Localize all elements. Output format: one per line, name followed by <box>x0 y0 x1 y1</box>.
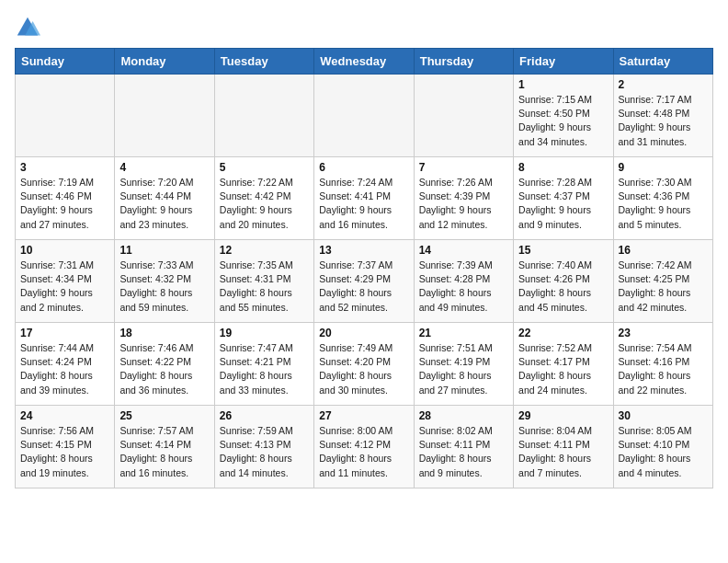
calendar-cell: 25Sunrise: 7:57 AM Sunset: 4:14 PM Dayli… <box>115 406 214 488</box>
calendar-cell <box>414 75 513 157</box>
day-number: 24 <box>20 409 109 422</box>
calendar-cell: 29Sunrise: 8:04 AM Sunset: 4:11 PM Dayli… <box>514 406 613 488</box>
day-detail: Sunrise: 7:54 AM Sunset: 4:16 PM Dayligh… <box>619 341 708 397</box>
day-number: 15 <box>518 244 608 257</box>
day-number: 3 <box>20 161 109 174</box>
day-detail: Sunrise: 7:56 AM Sunset: 4:15 PM Dayligh… <box>20 424 109 480</box>
week-row-5: 24Sunrise: 7:56 AM Sunset: 4:15 PM Dayli… <box>16 406 713 488</box>
calendar-cell: 4Sunrise: 7:20 AM Sunset: 4:44 PM Daylig… <box>115 157 214 240</box>
calendar-cell: 12Sunrise: 7:35 AM Sunset: 4:31 PM Dayli… <box>214 240 313 323</box>
logo <box>15 15 44 40</box>
day-number: 17 <box>20 327 109 339</box>
day-detail: Sunrise: 7:17 AM Sunset: 4:48 PM Dayligh… <box>619 93 708 149</box>
day-detail: Sunrise: 7:51 AM Sunset: 4:19 PM Dayligh… <box>419 341 508 397</box>
day-number: 12 <box>220 244 309 257</box>
day-detail: Sunrise: 7:20 AM Sunset: 4:44 PM Dayligh… <box>119 176 209 232</box>
calendar-cell: 26Sunrise: 7:59 AM Sunset: 4:13 PM Dayli… <box>214 406 313 488</box>
calendar-table: SundayMondayTuesdayWednesdayThursdayFrid… <box>15 48 713 488</box>
calendar-cell <box>314 75 414 157</box>
calendar-cell: 1Sunrise: 7:15 AM Sunset: 4:50 PM Daylig… <box>514 75 613 157</box>
calendar-cell: 11Sunrise: 7:33 AM Sunset: 4:32 PM Dayli… <box>115 240 214 323</box>
day-detail: Sunrise: 7:46 AM Sunset: 4:22 PM Dayligh… <box>119 341 209 397</box>
day-number: 5 <box>220 161 309 174</box>
calendar-cell: 18Sunrise: 7:46 AM Sunset: 4:22 PM Dayli… <box>115 323 214 406</box>
week-row-1: 1Sunrise: 7:15 AM Sunset: 4:50 PM Daylig… <box>16 75 713 157</box>
calendar-cell: 21Sunrise: 7:51 AM Sunset: 4:19 PM Dayli… <box>414 323 513 406</box>
day-detail: Sunrise: 7:39 AM Sunset: 4:28 PM Dayligh… <box>419 259 508 315</box>
day-number: 18 <box>119 327 209 339</box>
day-detail: Sunrise: 7:59 AM Sunset: 4:13 PM Dayligh… <box>220 424 309 480</box>
calendar-cell: 16Sunrise: 7:42 AM Sunset: 4:25 PM Dayli… <box>613 240 712 323</box>
day-number: 23 <box>619 327 708 339</box>
day-detail: Sunrise: 7:40 AM Sunset: 4:26 PM Dayligh… <box>518 259 608 315</box>
column-header-monday: Monday <box>115 49 214 75</box>
day-number: 1 <box>518 78 608 91</box>
column-header-thursday: Thursday <box>414 49 513 75</box>
calendar-cell: 2Sunrise: 7:17 AM Sunset: 4:48 PM Daylig… <box>613 75 712 157</box>
day-number: 13 <box>319 244 408 257</box>
calendar-cell: 30Sunrise: 8:05 AM Sunset: 4:10 PM Dayli… <box>613 406 712 488</box>
calendar-cell: 6Sunrise: 7:24 AM Sunset: 4:41 PM Daylig… <box>314 157 414 240</box>
calendar-cell: 3Sunrise: 7:19 AM Sunset: 4:46 PM Daylig… <box>16 157 115 240</box>
day-detail: Sunrise: 7:44 AM Sunset: 4:24 PM Dayligh… <box>20 341 109 397</box>
column-header-wednesday: Wednesday <box>314 49 414 75</box>
day-number: 29 <box>518 409 608 422</box>
day-number: 10 <box>20 244 109 257</box>
day-detail: Sunrise: 7:28 AM Sunset: 4:37 PM Dayligh… <box>518 176 608 232</box>
day-detail: Sunrise: 7:49 AM Sunset: 4:20 PM Dayligh… <box>319 341 408 397</box>
day-number: 21 <box>419 327 508 339</box>
day-detail: Sunrise: 7:47 AM Sunset: 4:21 PM Dayligh… <box>220 341 309 397</box>
day-detail: Sunrise: 7:37 AM Sunset: 4:29 PM Dayligh… <box>319 259 408 315</box>
calendar-cell: 5Sunrise: 7:22 AM Sunset: 4:42 PM Daylig… <box>214 157 313 240</box>
day-detail: Sunrise: 7:22 AM Sunset: 4:42 PM Dayligh… <box>220 176 309 232</box>
calendar-cell: 22Sunrise: 7:52 AM Sunset: 4:17 PM Dayli… <box>514 323 613 406</box>
column-header-saturday: Saturday <box>613 49 712 75</box>
calendar-cell: 14Sunrise: 7:39 AM Sunset: 4:28 PM Dayli… <box>414 240 513 323</box>
calendar-cell: 15Sunrise: 7:40 AM Sunset: 4:26 PM Dayli… <box>514 240 613 323</box>
calendar-cell: 7Sunrise: 7:26 AM Sunset: 4:39 PM Daylig… <box>414 157 513 240</box>
calendar-cell: 23Sunrise: 7:54 AM Sunset: 4:16 PM Dayli… <box>613 323 712 406</box>
day-number: 2 <box>619 78 708 91</box>
day-number: 26 <box>220 409 309 422</box>
day-detail: Sunrise: 7:26 AM Sunset: 4:39 PM Dayligh… <box>419 176 508 232</box>
day-detail: Sunrise: 8:00 AM Sunset: 4:12 PM Dayligh… <box>319 424 408 480</box>
calendar-cell <box>214 75 313 157</box>
column-header-friday: Friday <box>514 49 613 75</box>
day-number: 19 <box>220 327 309 339</box>
day-detail: Sunrise: 7:31 AM Sunset: 4:34 PM Dayligh… <box>20 259 109 315</box>
calendar-cell: 9Sunrise: 7:30 AM Sunset: 4:36 PM Daylig… <box>613 157 712 240</box>
week-row-3: 10Sunrise: 7:31 AM Sunset: 4:34 PM Dayli… <box>16 240 713 323</box>
calendar-header-row: SundayMondayTuesdayWednesdayThursdayFrid… <box>16 49 713 75</box>
day-detail: Sunrise: 7:57 AM Sunset: 4:14 PM Dayligh… <box>119 424 209 480</box>
day-number: 7 <box>419 161 508 174</box>
day-number: 11 <box>119 244 209 257</box>
day-detail: Sunrise: 7:35 AM Sunset: 4:31 PM Dayligh… <box>220 259 309 315</box>
logo-icon <box>15 15 40 40</box>
calendar-cell: 8Sunrise: 7:28 AM Sunset: 4:37 PM Daylig… <box>514 157 613 240</box>
calendar-cell: 17Sunrise: 7:44 AM Sunset: 4:24 PM Dayli… <box>16 323 115 406</box>
page-header <box>15 15 713 40</box>
day-detail: Sunrise: 7:19 AM Sunset: 4:46 PM Dayligh… <box>20 176 109 232</box>
column-header-tuesday: Tuesday <box>214 49 313 75</box>
day-detail: Sunrise: 7:52 AM Sunset: 4:17 PM Dayligh… <box>518 341 608 397</box>
day-detail: Sunrise: 8:05 AM Sunset: 4:10 PM Dayligh… <box>619 424 708 480</box>
day-number: 30 <box>619 409 708 422</box>
day-detail: Sunrise: 8:02 AM Sunset: 4:11 PM Dayligh… <box>419 424 508 480</box>
day-number: 27 <box>319 409 408 422</box>
day-number: 14 <box>419 244 508 257</box>
day-detail: Sunrise: 7:33 AM Sunset: 4:32 PM Dayligh… <box>119 259 209 315</box>
calendar-cell: 19Sunrise: 7:47 AM Sunset: 4:21 PM Dayli… <box>214 323 313 406</box>
calendar-cell: 27Sunrise: 8:00 AM Sunset: 4:12 PM Dayli… <box>314 406 414 488</box>
calendar-cell: 10Sunrise: 7:31 AM Sunset: 4:34 PM Dayli… <box>16 240 115 323</box>
week-row-2: 3Sunrise: 7:19 AM Sunset: 4:46 PM Daylig… <box>16 157 713 240</box>
day-number: 28 <box>419 409 508 422</box>
calendar-cell: 28Sunrise: 8:02 AM Sunset: 4:11 PM Dayli… <box>414 406 513 488</box>
day-detail: Sunrise: 8:04 AM Sunset: 4:11 PM Dayligh… <box>518 424 608 480</box>
day-detail: Sunrise: 7:15 AM Sunset: 4:50 PM Dayligh… <box>518 93 608 149</box>
day-number: 9 <box>619 161 708 174</box>
day-number: 8 <box>518 161 608 174</box>
day-number: 4 <box>119 161 209 174</box>
week-row-4: 17Sunrise: 7:44 AM Sunset: 4:24 PM Dayli… <box>16 323 713 406</box>
day-detail: Sunrise: 7:30 AM Sunset: 4:36 PM Dayligh… <box>619 176 708 232</box>
day-detail: Sunrise: 7:42 AM Sunset: 4:25 PM Dayligh… <box>619 259 708 315</box>
